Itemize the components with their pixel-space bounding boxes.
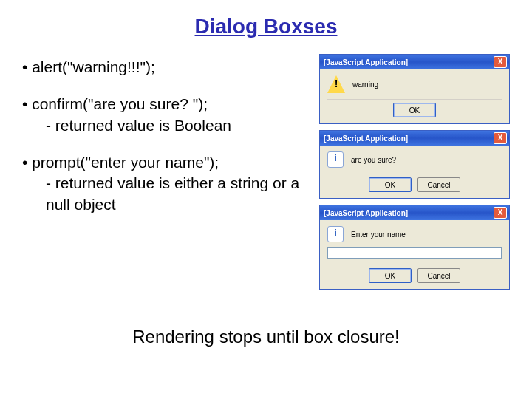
dialog-buttons: OK Cancel	[327, 174, 502, 194]
prompt-dialog: [JavaScript Application] X Enter your na…	[319, 205, 510, 290]
dialog-buttons: OK	[327, 99, 502, 119]
dialog-title: [JavaScript Application]	[324, 134, 408, 143]
bullet-sub: returned value is either a string or a n…	[22, 173, 312, 215]
bullet-alert: alert("warning!!!");	[22, 57, 312, 78]
bullet-list: alert("warning!!!"); confirm("are you su…	[22, 57, 312, 290]
bullet-text: alert("warning!!!");	[22, 57, 312, 78]
dialog-message: Enter your name	[351, 231, 406, 239]
dialog-message-row: warning	[327, 75, 502, 93]
dialog-title: [JavaScript Application]	[324, 58, 408, 66]
prompt-input[interactable]	[327, 247, 502, 259]
content-row: alert("warning!!!"); confirm("are you su…	[22, 57, 510, 290]
info-icon	[327, 151, 344, 168]
cancel-button[interactable]: Cancel	[417, 268, 460, 283]
ok-button[interactable]: OK	[393, 103, 436, 117]
dialog-title: [JavaScript Application]	[324, 209, 408, 217]
dialogs-column: [JavaScript Application] X warning OK [J…	[319, 54, 510, 290]
close-icon[interactable]: X	[494, 56, 507, 68]
confirm-dialog: [JavaScript Application] X are you sure?…	[319, 130, 510, 199]
cancel-button[interactable]: Cancel	[417, 177, 460, 192]
bullet-text: prompt("enter your name");	[22, 152, 312, 173]
footer-note: Rendering stops until box closure!	[0, 327, 532, 347]
ok-button[interactable]: OK	[369, 268, 412, 283]
alert-dialog: [JavaScript Application] X warning OK	[319, 54, 510, 124]
close-icon[interactable]: X	[494, 207, 507, 219]
dialog-message: are you sure?	[351, 156, 396, 164]
warning-icon	[327, 75, 345, 93]
dialog-body: warning OK	[320, 69, 509, 123]
bullet-prompt: prompt("enter your name"); returned valu…	[22, 152, 312, 215]
dialog-titlebar: [JavaScript Application] X	[320, 131, 509, 146]
page-title: Dialog Boxses	[22, 15, 510, 38]
dialog-message-row: Enter your name	[327, 226, 502, 242]
dialog-titlebar: [JavaScript Application] X	[320, 205, 509, 220]
info-icon	[327, 226, 344, 242]
dialog-body: are you sure? OK Cancel	[320, 146, 509, 198]
slide: Dialog Boxses alert("warning!!!"); confi…	[0, 0, 532, 399]
bullet-sub: returned value is Boolean	[22, 115, 312, 136]
bullet-confirm: confirm("are you sure? "); returned valu…	[22, 94, 312, 136]
bullet-text: confirm("are you sure? ");	[22, 94, 312, 115]
dialog-message-row: are you sure?	[327, 151, 502, 168]
dialog-buttons: OK Cancel	[327, 265, 502, 284]
dialog-body: Enter your name OK Cancel	[320, 220, 509, 289]
dialog-message: warning	[352, 81, 378, 89]
ok-button[interactable]: OK	[369, 177, 412, 192]
close-icon[interactable]: X	[494, 132, 507, 144]
dialog-titlebar: [JavaScript Application] X	[320, 55, 509, 69]
